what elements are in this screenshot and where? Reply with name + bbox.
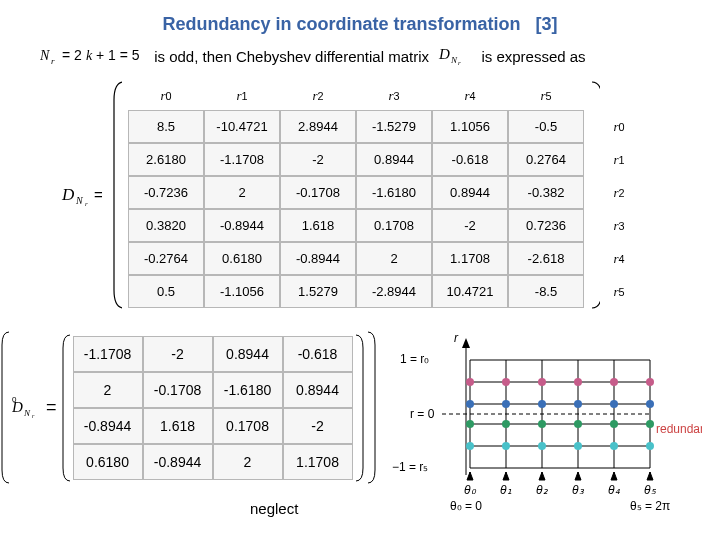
svg-point-37 [466,400,474,408]
svg-marker-64 [611,472,617,480]
theta-labels: θ₀ θ₁ θ₂ θ₃ θ₄ θ₅ [464,483,657,497]
svg-marker-66 [647,472,653,480]
matrix-cell: 8.5 [128,110,204,143]
matrix-cell: -0.5 [508,110,584,143]
matrix-cell: 2 [204,176,280,209]
svg-text:θ₅: θ₅ [644,483,657,497]
matrix-cell: 2.8944 [280,110,356,143]
r-top-label: 1 = r₀ [400,352,429,366]
svg-point-35 [610,378,618,386]
svg-point-34 [574,378,582,386]
svg-text:+ 1 = 5: + 1 = 5 [96,47,140,63]
svg-marker-62 [575,472,581,480]
matrix-cell: 0.7236 [508,209,584,242]
bracket-left-outer-icon [0,330,10,485]
matrix-cell: -0.7236 [128,176,204,209]
svg-text:r: r [51,56,55,65]
matrix-cell: 0.5 [128,275,204,308]
svg-text:N: N [450,55,458,65]
row-header: r5 [606,275,632,308]
big-matrix: r0r1r2r3r4r58.5-10.47212.8944-1.52791.10… [128,82,584,308]
svg-text:θ₃: θ₃ [572,483,585,497]
svg-text:θ₂: θ₂ [536,483,549,497]
text-is-expressed: is expressed as [481,48,585,65]
matrix-cell: 1.1056 [432,110,508,143]
svg-point-45 [538,420,546,428]
svg-point-48 [646,420,654,428]
matrix-cell: -1.1708 [73,336,143,372]
matrix-cell: 1.1708 [283,444,353,480]
svg-point-52 [574,442,582,450]
svg-point-44 [502,420,510,428]
row-header: r2 [606,176,632,209]
svg-point-54 [646,442,654,450]
svg-point-46 [574,420,582,428]
matrix-cell: -10.4721 [204,110,280,143]
matrix-cell: 2 [73,372,143,408]
svg-point-36 [646,378,654,386]
col-header: r2 [280,82,356,110]
matrix-cell: 2 [356,242,432,275]
matrix-cell: -2.8944 [356,275,432,308]
row-header: r0 [606,110,632,143]
matrix-cell: 1.618 [143,408,213,444]
small-matrix-block: D 0 N r = -1.1708-20.8944-0.6182-0.1708-… [0,330,377,485]
matrix-cell: -1.1056 [204,275,280,308]
svg-text:0: 0 [12,397,17,404]
title-main: Redundancy in coordinate transformation [162,14,520,34]
matrix-cell: 0.3820 [128,209,204,242]
svg-point-40 [574,400,582,408]
svg-text:θ₀: θ₀ [464,483,477,497]
matrix-cell: 0.8944 [432,176,508,209]
svg-point-42 [646,400,654,408]
svg-point-41 [610,400,618,408]
matrix-cell: -0.618 [432,143,508,176]
eq-nr: N r = 2 k + 1 = 5 [40,47,150,65]
svg-marker-56 [467,472,473,480]
svg-point-51 [538,442,546,450]
col-header: r1 [204,82,280,110]
matrix-cell: -2 [143,336,213,372]
matrix-cell: 1.618 [280,209,356,242]
bracket-right-outer-icon [367,330,377,485]
sym-dnr-left: D N r = [60,184,106,206]
matrix-cell: 0.2764 [508,143,584,176]
matrix-cell: -0.8944 [204,209,280,242]
svg-text:N: N [23,408,31,418]
matrix-cell: 0.8944 [283,372,353,408]
theta-right-note: θ₅ = 2π [630,499,670,513]
matrix-cell: 0.1708 [356,209,432,242]
matrix-cell: -1.1708 [204,143,280,176]
matrix-cell: -8.5 [508,275,584,308]
sym-dnr0: D 0 N r [12,397,42,419]
matrix-cell: -2 [432,209,508,242]
grid-diagram: r 1 = r₀ r = 0 −1 = r₅ [392,330,702,515]
svg-point-31 [466,378,474,386]
matrix-cell: 0.1708 [213,408,283,444]
neglect-label: neglect [250,500,298,517]
svg-point-49 [466,442,474,450]
page-title: Redundancy in coordinate transformation … [80,14,640,35]
svg-text:r: r [85,200,88,206]
svg-text:k: k [86,48,93,63]
svg-text:r: r [458,59,461,65]
matrix-cell: -0.618 [283,336,353,372]
bracket-left-icon [112,80,122,310]
matrix-cell: -2 [280,143,356,176]
matrix-cell: -0.8944 [280,242,356,275]
svg-point-43 [466,420,474,428]
row-header: r3 [606,209,632,242]
row-header: r4 [606,242,632,275]
bracket-right-inner-icon [355,333,365,483]
svg-text:= 2: = 2 [62,47,82,63]
svg-marker-17 [462,338,470,348]
matrix-cell: -1.5279 [356,110,432,143]
svg-point-38 [502,400,510,408]
svg-marker-60 [539,472,545,480]
matrix-cell: -1.6180 [356,176,432,209]
matrix-cell: -0.8944 [73,408,143,444]
matrix-cell: -0.382 [508,176,584,209]
intro-line: N r = 2 k + 1 = 5 is odd, then Chebyshev… [40,45,700,65]
redundant-label: redundant [656,422,702,436]
svg-text:=: = [94,186,103,203]
